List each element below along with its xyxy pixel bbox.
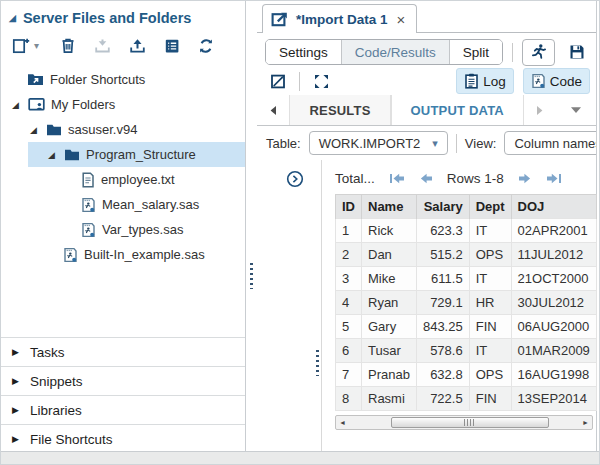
tab-output-data[interactable]: OUTPUT DATA	[391, 95, 524, 125]
data-grid-body: 1Rick623.3IT02APR20012Dan515.2OPS11JUL20…	[336, 219, 597, 411]
expander-icon[interactable]: ◢	[9, 100, 22, 110]
maximize-button[interactable]	[309, 70, 333, 92]
collapse-triangle-icon: ◢	[9, 13, 16, 23]
table-cell: 843.25	[416, 315, 469, 339]
columns-gutter	[257, 160, 322, 453]
tree-item-var-types-sas[interactable]: Var_types.sas	[1, 217, 245, 242]
table-cell: 21OCT2000	[511, 267, 596, 291]
run-button[interactable]	[522, 39, 555, 66]
close-icon[interactable]: ×	[395, 12, 408, 27]
data-grid: IDNameSalaryDeptDOJ 1Rick623.3IT02APR200…	[335, 194, 597, 411]
view-button-split[interactable]: Split	[449, 40, 502, 64]
table-cell: Mike	[362, 267, 417, 291]
clear-button[interactable]	[266, 70, 290, 92]
section-snippets[interactable]: ▶Snippets	[1, 366, 245, 395]
expander-icon[interactable]: ◢	[45, 150, 58, 160]
tab-results[interactable]: RESULTS	[289, 95, 390, 125]
code-button[interactable]: Code	[523, 68, 590, 94]
run-man-icon	[530, 43, 548, 61]
prev-page-button[interactable]	[419, 172, 433, 185]
panel-splitter-handle[interactable]	[250, 263, 253, 289]
column-header-dept[interactable]: Dept	[469, 195, 511, 219]
table-row[interactable]: 3Mike611.5IT21OCT2000	[336, 267, 597, 291]
code-icon	[531, 73, 546, 89]
tab-list-dropdown[interactable]	[556, 95, 596, 125]
table-row[interactable]: 1Rick623.3IT02APR2001	[336, 219, 597, 243]
properties-icon	[164, 38, 180, 54]
view-button-code-results[interactable]: Code/Results	[341, 40, 449, 64]
secondary-toolbar: Log Code	[257, 67, 596, 95]
table-cell: 2	[336, 243, 362, 267]
save-button[interactable]	[564, 40, 590, 65]
tree-item-my-folders[interactable]: ◢My Folders	[1, 92, 245, 117]
tree-item-program-structure[interactable]: ◢Program_Structure	[1, 142, 245, 167]
table-select[interactable]: WORK.IMPORT2 ▾	[309, 131, 448, 155]
table-cell: 4	[336, 291, 362, 315]
upload-button[interactable]	[124, 35, 151, 57]
horizontal-scrollbar[interactable]: ◄ ►	[335, 415, 593, 430]
scroll-tabs-left-button[interactable]	[257, 95, 289, 125]
table-cell: Rasmi	[362, 387, 417, 411]
delete-button[interactable]	[55, 34, 81, 57]
expander-icon[interactable]: ◢	[27, 125, 40, 135]
section-file-shortcuts[interactable]: ▶File Shortcuts	[1, 424, 245, 453]
work-area: *Import Data 1 × SettingsCode/ResultsSpl…	[257, 1, 597, 453]
table-row[interactable]: 8Rasmi722.5FIN13SEP2014	[336, 387, 597, 411]
table-cell: 611.5	[416, 267, 469, 291]
table-cell: 11JUL2012	[511, 243, 596, 267]
properties-button[interactable]	[159, 35, 185, 57]
table-row[interactable]: 7Pranab632.8OPS16AUG1998	[336, 363, 597, 387]
scroll-left-arrow-icon[interactable]: ◄	[336, 416, 349, 429]
result-tab-bar: RESULTS OUTPUT DATA	[257, 95, 596, 126]
chevron-left-icon	[268, 105, 278, 116]
section-tasks[interactable]: ▶Tasks	[1, 337, 245, 366]
files-toolbar: ▾	[1, 29, 245, 60]
server-files-header[interactable]: ◢ Server Files and Folders	[1, 1, 245, 29]
import-data-icon	[271, 11, 289, 27]
total-rows-label[interactable]: Total...	[335, 171, 375, 186]
column-header-id[interactable]: ID	[336, 195, 362, 219]
scrollbar-thumb[interactable]	[391, 417, 549, 428]
expand-circle-icon	[286, 170, 304, 188]
scroll-tabs-right-button[interactable]	[524, 95, 556, 125]
refresh-button[interactable]	[193, 35, 219, 57]
server-files-title: Server Files and Folders	[23, 10, 191, 26]
table-cell: Rick	[362, 219, 417, 243]
log-button[interactable]: Log	[456, 68, 514, 94]
table-row[interactable]: 2Dan515.2OPS11JUL2012	[336, 243, 597, 267]
tree-item-label: Mean_salary.sas	[102, 197, 199, 212]
tree-item-label: Var_types.sas	[102, 222, 183, 237]
view-button-settings[interactable]: Settings	[266, 40, 341, 64]
column-header-salary[interactable]: Salary	[416, 195, 469, 219]
columns-splitter-handle[interactable]	[316, 350, 319, 376]
first-page-button[interactable]	[389, 172, 405, 185]
tree-item-built-in-example-sas[interactable]: Built-In_example.sas	[1, 242, 245, 267]
tree-item-label: sasuser.v94	[68, 122, 137, 137]
tree-item-folder-shortcuts[interactable]: Folder Shortcuts	[1, 67, 245, 92]
tree-item-mean-salary-sas[interactable]: Mean_salary.sas	[1, 192, 245, 217]
table-cell: 16AUG1998	[511, 363, 596, 387]
tree-item-label: My Folders	[51, 97, 115, 112]
table-row[interactable]: 4Ryan729.1HR30JUL2012	[336, 291, 597, 315]
document-tab-bar: *Import Data 1 ×	[257, 1, 596, 33]
tree-item-employee-txt[interactable]: employee.txt	[1, 167, 245, 192]
download-button[interactable]	[89, 35, 116, 57]
table-cell: 1	[336, 219, 362, 243]
table-row[interactable]: 5Gary843.25FIN06AUG2000	[336, 315, 597, 339]
next-page-button[interactable]	[518, 172, 532, 185]
new-button[interactable]: ▾	[7, 34, 44, 57]
section-libraries[interactable]: ▶Libraries	[1, 395, 245, 424]
table-cell: 515.2	[416, 243, 469, 267]
column-header-doj[interactable]: DOJ	[511, 195, 596, 219]
column-header-name[interactable]: Name	[362, 195, 417, 219]
last-page-button[interactable]	[546, 172, 562, 185]
view-select[interactable]: Column names	[504, 131, 596, 155]
expand-columns-button[interactable]	[285, 169, 305, 189]
output-data-tab-label: OUTPUT DATA	[411, 103, 504, 118]
save-icon	[569, 44, 585, 60]
tab-import-data-1[interactable]: *Import Data 1 ×	[262, 4, 417, 33]
tree-item-sasuser-v94[interactable]: ◢sasuser.v94	[1, 117, 245, 142]
table-row[interactable]: 6Tusar578.6IT01MAR2009	[336, 339, 597, 363]
scroll-right-arrow-icon[interactable]: ►	[579, 416, 592, 429]
view-toolbar: SettingsCode/ResultsSplit	[257, 33, 596, 67]
